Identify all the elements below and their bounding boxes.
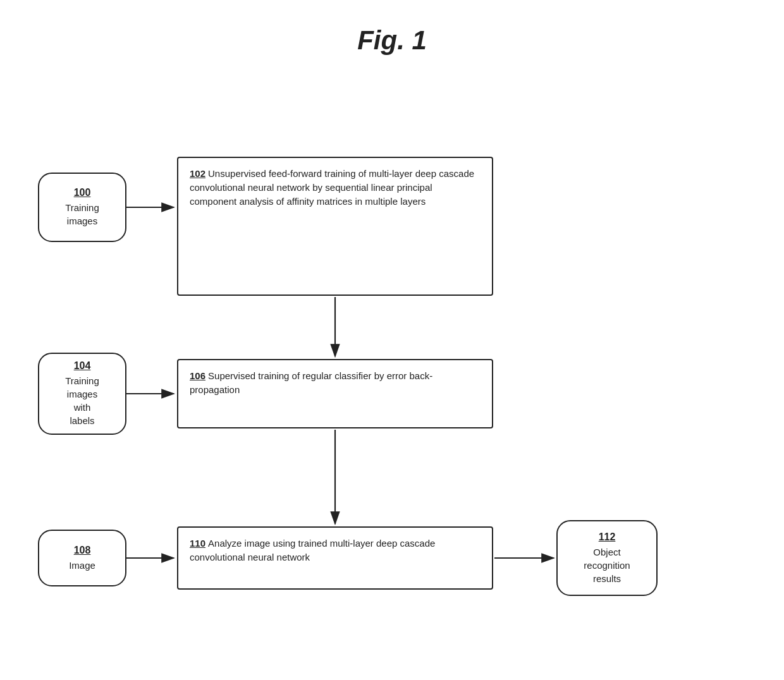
node-104: 104 Trainingimageswithlabels xyxy=(38,353,126,435)
node-106: 106Supervised training of regular classi… xyxy=(177,359,493,428)
fig-title: Fig. 1 xyxy=(0,0,784,75)
node-102: 102Unsupervised feed-forward training of… xyxy=(177,157,493,296)
node-108: 108 Image xyxy=(38,530,126,586)
node-100: 100 Trainingimages xyxy=(38,173,126,242)
node-110: 110Analyze image using trained multi-lay… xyxy=(177,526,493,590)
node-112: 112 Objectrecognitionresults xyxy=(556,520,658,596)
